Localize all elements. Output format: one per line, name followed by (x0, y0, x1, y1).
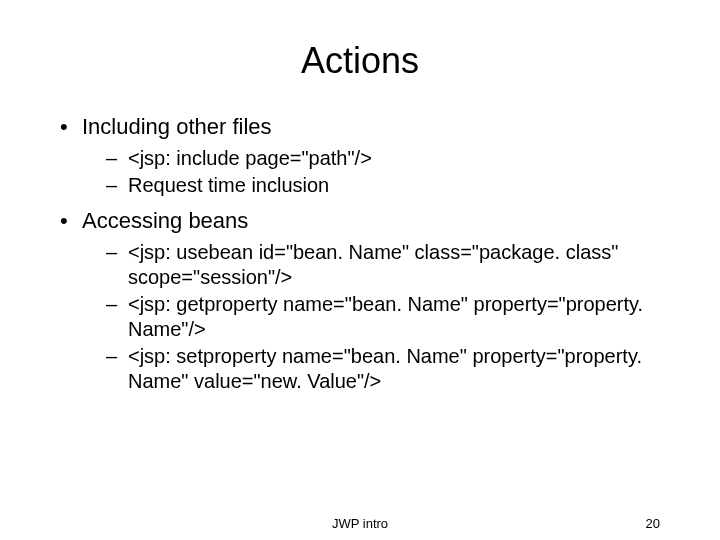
footer-title: JWP intro (332, 516, 388, 531)
bullet-item: <jsp: usebean id="bean. Name" class="pac… (60, 240, 660, 290)
bullet-item: Request time inclusion (60, 173, 660, 198)
section-accessing: Accessing beans <jsp: usebean id="bean. … (60, 208, 660, 394)
slide-title: Actions (60, 40, 660, 82)
bullet-item: <jsp: include page="path"/> (60, 146, 660, 171)
bullet-item: <jsp: setproperty name="bean. Name" prop… (60, 344, 660, 394)
section-including: Including other files <jsp: include page… (60, 114, 660, 198)
bullet-item: <jsp: getproperty name="bean. Name" prop… (60, 292, 660, 342)
bullet-heading: Including other files (60, 114, 660, 140)
bullet-heading: Accessing beans (60, 208, 660, 234)
page-number: 20 (646, 516, 660, 531)
